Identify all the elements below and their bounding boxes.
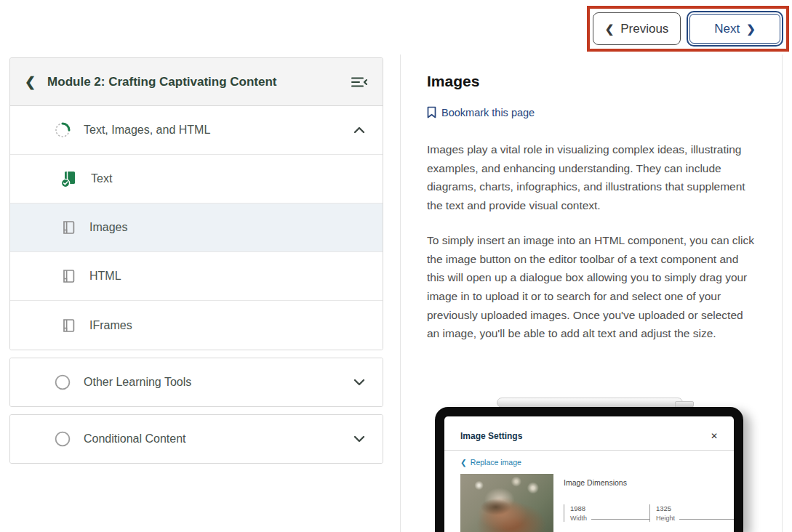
replace-image-link: ❮ Replace image — [460, 458, 521, 467]
lynx-photo — [460, 474, 553, 532]
paragraph: Images play a vital role in visualizing … — [427, 140, 758, 215]
close-icon: ✕ — [711, 431, 718, 441]
back-chevron-icon[interactable]: ❮ — [25, 76, 36, 89]
book-completed-icon — [60, 169, 79, 188]
width-label: Width — [570, 515, 587, 522]
previous-button-label: Previous — [620, 22, 668, 36]
width-value: 1988 — [570, 504, 649, 512]
next-button-label: Next — [714, 22, 740, 36]
next-button[interactable]: Next ❯ — [687, 11, 783, 47]
height-field: 1325 Height — [649, 504, 734, 522]
sidebar-item-images[interactable]: Images — [10, 203, 383, 252]
sidebar-item-label: Other Learning Tools — [84, 376, 191, 389]
bookmark-link[interactable]: Bookmark this page — [427, 106, 535, 118]
section-card-other-learning-tools: Other Learning Tools — [9, 358, 383, 407]
book-outline-icon — [60, 317, 77, 334]
sidebar-item-label: Text, Images, and HTML — [84, 124, 210, 137]
previous-button[interactable]: ❮ Previous — [593, 12, 681, 45]
replace-image-label: Replace image — [471, 458, 521, 467]
chevron-down-icon[interactable] — [353, 379, 365, 386]
module-header: ❮ Module 2: Crafting Captivating Content — [10, 58, 383, 106]
bookmark-icon — [427, 106, 436, 118]
sidebar-item-label: IFrames — [89, 319, 132, 332]
sidebar-item-html[interactable]: HTML — [10, 252, 383, 301]
course-sidebar: ❮ Module 2: Crafting Captivating Content — [9, 57, 383, 464]
annotation-highlight-box: ❮ Previous Next ❯ — [587, 6, 789, 52]
stylus-pencil — [497, 398, 683, 408]
lesson-content: Images Bookmark this page Images play a … — [427, 73, 758, 343]
chevron-left-icon: ❮ — [605, 23, 615, 36]
lesson-image-tablet-mockup: Image Settings ✕ ❮ Replace image Image D… — [435, 397, 755, 532]
tablet-frame: Image Settings ✕ ❮ Replace image Image D… — [435, 407, 743, 532]
sidebar-item-text[interactable]: Text — [10, 155, 383, 203]
image-dimensions-label: Image Dimensions — [564, 478, 734, 487]
content-divider — [400, 55, 401, 532]
sidebar-item-label: HTML — [89, 270, 121, 283]
chevron-right-icon: ❯ — [746, 23, 756, 36]
book-outline-icon — [60, 267, 77, 285]
sidebar-item-other-learning-tools[interactable]: Other Learning Tools — [10, 358, 383, 406]
width-field: 1988 Width — [564, 504, 649, 522]
height-label: Height — [656, 515, 675, 522]
page-title: Images — [427, 73, 758, 90]
chevron-left-icon: ❮ — [460, 458, 467, 467]
progress-ring-empty-icon — [54, 430, 71, 448]
chevron-up-icon[interactable] — [353, 126, 365, 134]
sidebar-item-label: Text — [91, 172, 112, 185]
progress-ring-empty-icon — [54, 374, 71, 391]
sidebar-item-label: Images — [89, 221, 127, 234]
book-outline-icon — [60, 219, 77, 236]
page: ❮ Previous Next ❯ ❮ Module 2: Crafting C… — [0, 0, 792, 532]
modal-divider — [444, 450, 734, 451]
module-card: ❮ Module 2: Crafting Captivating Content — [9, 57, 383, 350]
sidebar-item-text-images-html[interactable]: Text, Images, and HTML — [10, 106, 383, 155]
modal-title: Image Settings — [460, 431, 522, 441]
right-edge-divider — [782, 55, 783, 532]
tablet-screen: Image Settings ✕ ❮ Replace image Image D… — [444, 416, 734, 532]
section-card-conditional-content: Conditional Content — [9, 414, 383, 464]
chevron-down-icon[interactable] — [353, 435, 365, 443]
sidebar-item-iframes[interactable]: IFrames — [10, 301, 383, 350]
progress-ring-partial-icon — [54, 121, 71, 139]
sidebar-item-label: Conditional Content — [84, 432, 186, 446]
module-title: Module 2: Crafting Captivating Content — [47, 75, 351, 89]
bookmark-link-label: Bookmark this page — [441, 107, 535, 118]
sidebar-item-conditional-content[interactable]: Conditional Content — [10, 415, 383, 463]
collapse-sidebar-icon[interactable] — [351, 76, 368, 89]
paragraph: To simply insert an image into an HTML c… — [427, 231, 758, 343]
height-value: 1325 — [656, 504, 734, 512]
